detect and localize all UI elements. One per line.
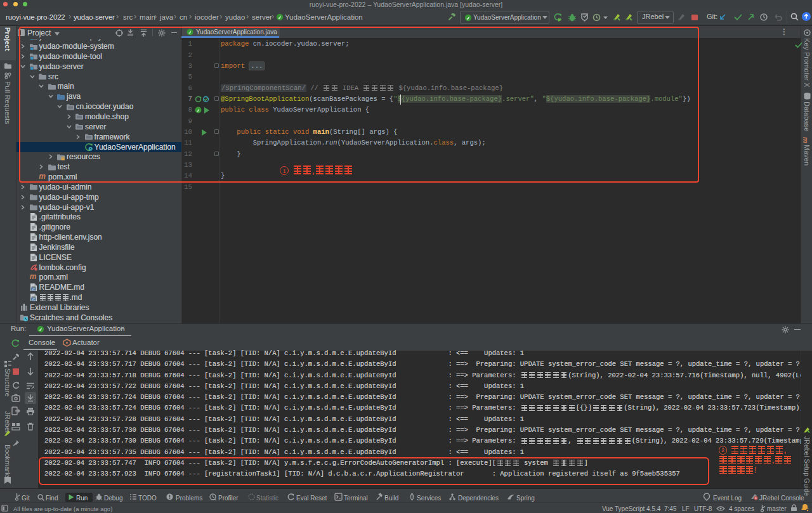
svg-text:MD: MD [31,298,36,301]
svg-text:MD: MD [31,288,36,291]
